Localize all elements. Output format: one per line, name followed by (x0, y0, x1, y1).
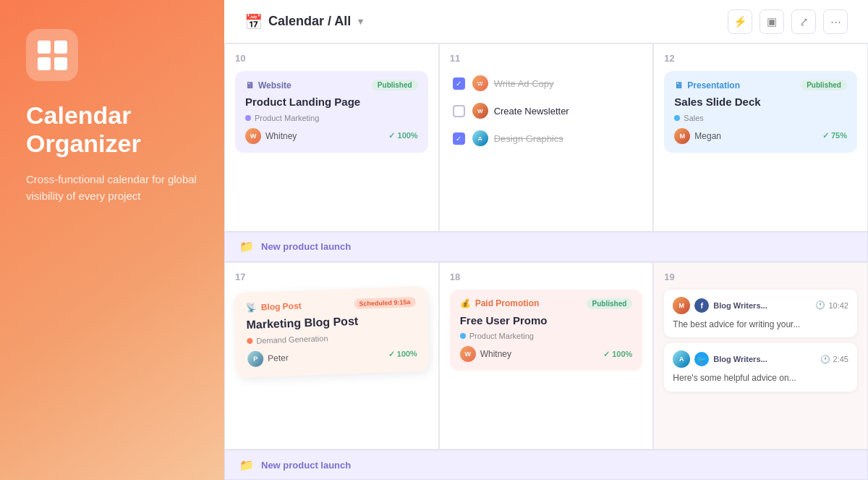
published-badge-promo: Published (587, 298, 633, 309)
card-meta-promo: Product Marketing (460, 332, 633, 340)
social-card-left: M f Blog Writers... (673, 297, 767, 314)
span-row-new-product-2: 📁 New product launch (224, 450, 868, 480)
category-dot-orange (247, 337, 252, 343)
scheduled-badge: Scheduled 9:15a (354, 296, 415, 308)
progress-100: 100% (388, 131, 417, 140)
day-number-17: 17 (235, 271, 428, 282)
published-badge: Published (372, 80, 418, 90)
filter-button[interactable]: ⚡ (728, 9, 752, 34)
facebook-icon: f (694, 298, 709, 313)
blog-post-type: 📡 Blog Post (246, 300, 302, 313)
cal-cell-18: 18 💰 Paid Promotion Published Free User … (439, 262, 654, 450)
logo-grid-cell (54, 41, 67, 54)
logo-grid-cell (54, 57, 67, 70)
progress-blog: 100% (388, 348, 417, 358)
card-paid-promo[interactable]: 💰 Paid Promotion Published Free User Pro… (450, 290, 643, 371)
progress-promo: 100% (603, 350, 632, 359)
clock-icon: 🕐 (815, 300, 825, 310)
progress-75: 75% (822, 131, 847, 140)
avatar-person3: A (472, 130, 488, 146)
assignee-name: Whitney (265, 131, 297, 141)
toolbar-title-text: Calendar / All (268, 14, 351, 29)
logo-grid-cell (38, 57, 51, 70)
share-button[interactable]: ⤤ (791, 9, 816, 34)
card-type-website: 🖥 Website (245, 80, 292, 90)
check-label-newsletter: W Create Newsletter (472, 103, 569, 119)
app-title: Calendar Organizer (26, 101, 198, 158)
social-time-2: 🕐 2:45 (820, 355, 848, 364)
check-item-newsletter[interactable]: W Create Newsletter (450, 98, 643, 123)
check-item-design[interactable]: ✓ A Design Graphics (450, 126, 643, 151)
day-number-18: 18 (450, 271, 643, 282)
card-title-landing: Product Landing Page (245, 95, 418, 109)
logo-grid-cell (38, 41, 51, 54)
span-label-new-product-2: New product launch (261, 460, 351, 471)
social-text-2: Here's some helpful advice on... (673, 372, 848, 384)
card-presentation[interactable]: 🖥 Presentation Published Sales Slide Dec… (664, 71, 857, 153)
cal-cell-17: 17 📡 Blog Post Scheduled 9:15a Marketing… (224, 262, 439, 450)
card-footer: W Whitney 100% (245, 128, 418, 144)
assignee-whitney-2: Whitney (480, 349, 511, 359)
cal-cell-10: 10 🖥 Website Published Product Landing P… (224, 43, 439, 232)
folder-icon-2: 📁 (239, 458, 254, 472)
app-desc: Cross-functional calendar for global vis… (26, 171, 198, 205)
day-number-10: 10 (235, 53, 428, 64)
twitter-icon: 🐦 (694, 352, 709, 366)
card-title-promo: Free User Promo (460, 313, 633, 328)
avatar-megan: M (674, 128, 690, 144)
monitor-icon: 🖥 (245, 80, 254, 90)
card-website[interactable]: 🖥 Website Published Product Landing Page… (235, 71, 428, 153)
blog-card-wrap: 📡 Blog Post Scheduled 9:15a Marketing Bl… (235, 290, 428, 374)
blog-meta: Demand Generation (247, 330, 417, 345)
cal-cell-12: 12 🖥 Presentation Published Sales Slide … (653, 43, 868, 232)
card-meta-sales: Sales (674, 114, 847, 122)
social-name-2: Blog Writers... (713, 355, 767, 363)
logo-grid (38, 41, 67, 70)
check-label-design: A Design Graphics (472, 130, 563, 146)
clock-icon-2: 🕐 (820, 355, 830, 364)
toolbar-title: 📅 Calendar / All ▾ (244, 13, 363, 30)
avatar-peter: P (247, 350, 264, 367)
assignee-megan: Megan (694, 131, 721, 141)
day-number-12: 12 (664, 53, 857, 64)
card-type-presentation: 🖥 Presentation (674, 80, 740, 90)
monitor-button[interactable]: ▣ (760, 9, 784, 34)
checkbox-unchecked[interactable] (453, 105, 465, 117)
checkbox-checked-2[interactable]: ✓ (453, 132, 465, 145)
avatar-social-1: M (673, 297, 690, 314)
published-badge-2: Published (801, 80, 847, 90)
assignee-peter: Peter (268, 353, 289, 363)
cal-cell-19: 19 M f Blog Writers... 🕐 10:42 The best … (653, 262, 868, 450)
category-dot-blue (674, 115, 680, 121)
blog-title: Marketing Blog Post (246, 312, 416, 331)
card-footer-sales: M Megan 75% (674, 128, 847, 144)
span-row-new-product: 📁 New product launch (224, 232, 868, 262)
card-footer-promo: W Whitney 100% (460, 346, 633, 362)
social-card-tw[interactable]: A 🐦 Blog Writers... 🕐 2:45 Here's some h… (664, 343, 857, 392)
social-card-left-2: A 🐦 Blog Writers... (673, 350, 767, 368)
presentation-icon: 🖥 (674, 80, 683, 90)
blog-footer: P Peter 100% (247, 345, 417, 366)
day-number-11: 11 (450, 53, 643, 64)
social-time-1: 🕐 10:42 (815, 300, 848, 310)
category-dot-promo (460, 333, 466, 339)
rss-icon: 📡 (246, 302, 257, 313)
logo-box (26, 29, 78, 81)
blog-card[interactable]: 📡 Blog Post Scheduled 9:15a Marketing Bl… (234, 286, 430, 377)
avatar-whitney-2: W (460, 346, 476, 362)
calendar-grid: 10 🖥 Website Published Product Landing P… (224, 43, 868, 480)
toolbar: 📅 Calendar / All ▾ ⚡ ▣ ⤤ ⋯ (224, 0, 868, 43)
checkbox-checked[interactable]: ✓ (453, 77, 465, 90)
calendar-icon: 📅 (244, 13, 263, 30)
folder-icon: 📁 (239, 240, 254, 253)
social-card-fb[interactable]: M f Blog Writers... 🕐 10:42 The best adv… (664, 290, 857, 338)
avatar-whitney: W (245, 128, 261, 144)
card-title-sales: Sales Slide Deck (674, 95, 847, 109)
check-item-write-ad[interactable]: ✓ W Write Ad Copy (450, 71, 643, 96)
social-name-1: Blog Writers... (713, 301, 767, 310)
more-button[interactable]: ⋯ (823, 9, 848, 34)
chevron-down-icon[interactable]: ▾ (358, 16, 363, 27)
cal-cell-11: 11 ✓ W Write Ad Copy W Create Newsletter… (439, 43, 654, 232)
avatar-person2: W (472, 103, 488, 119)
day-number-19: 19 (664, 271, 857, 282)
